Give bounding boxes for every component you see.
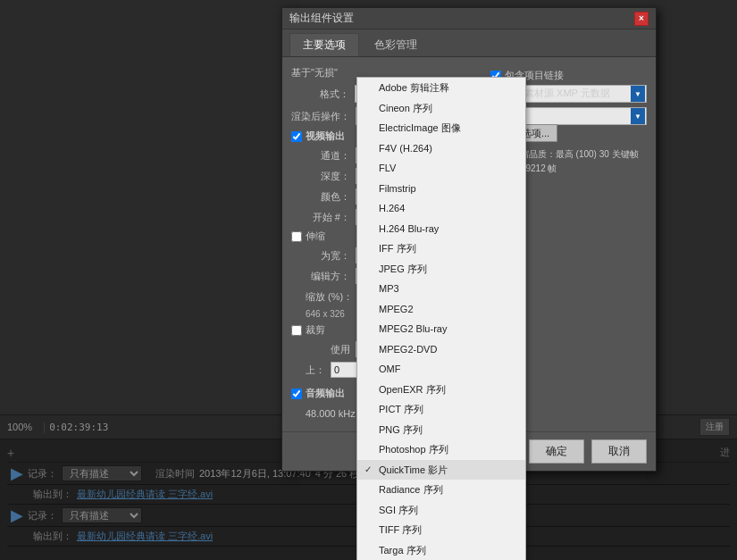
dropdown-item-0[interactable]: Adobe 剪辑注释 (357, 78, 525, 98)
start-label: 开始 #： (306, 211, 350, 224)
dropdown-item-19[interactable]: ✓QuickTime 影片 (357, 460, 525, 481)
dropdown-item-12[interactable]: MPEG2 Blu-ray (357, 319, 525, 339)
dropdown-item-18[interactable]: Photoshop 序列 (357, 439, 525, 460)
color-label: 颜色： (306, 190, 350, 204)
dropdown-item-13[interactable]: MPEG2-DVD (357, 339, 525, 360)
dropdown-item-label-14: OMF (379, 362, 400, 377)
dropdown-item-14[interactable]: OMF (357, 359, 525, 380)
dropdown-item-21[interactable]: SGI 序列 (357, 500, 525, 521)
dropdown-item-20[interactable]: Radiance 序列 (357, 480, 525, 500)
confirm-button[interactable]: 确定 (529, 439, 584, 464)
dropdown-item-10[interactable]: MP3 (357, 279, 525, 299)
dialog-tabs: 主要选项 色彩管理 (282, 29, 656, 57)
dropdown-item-label-12: MPEG2 Blu-ray (379, 322, 447, 337)
dropdown-item-label-18: Photoshop 序列 (379, 442, 448, 457)
dropdown-item-8[interactable]: IFF 序列 (357, 238, 525, 259)
dropdown-item-label-23: Targa 序列 (379, 543, 426, 558)
crop-label: 裁剪 (306, 323, 325, 337)
audio-output-checkbox[interactable] (291, 389, 302, 399)
dropdown-item-label-11: MPEG2 (379, 302, 414, 317)
crop-top-input[interactable] (331, 362, 357, 378)
dropdown-item-5[interactable]: Filmstrip (357, 179, 525, 199)
dialog-titlebar: 输出组件设置 × (282, 8, 656, 29)
dropdown-item-7[interactable]: H.264 Blu-ray (357, 219, 525, 239)
dropdown-item-label-6: H.264 (379, 201, 405, 216)
check-mark-19: ✓ (364, 463, 375, 476)
channel-label: 通道： (306, 149, 350, 163)
dropdown-item-label-1: Cineon 序列 (379, 101, 432, 116)
dropdown-item-11[interactable]: MPEG2 (357, 299, 525, 320)
crop-top-label: 上： (306, 364, 325, 377)
dropdown-item-2[interactable]: ElectricImage 图像 (357, 118, 525, 138)
dropdown-item-label-20: Radiance 序列 (379, 482, 443, 497)
tab-main-options[interactable]: 主要选项 (289, 33, 359, 56)
dialog-close-button[interactable]: × (634, 12, 649, 26)
crop-top-row: 上： (306, 362, 357, 378)
dropdown-item-3[interactable]: F4V (H.264) (357, 138, 525, 159)
dropdown-item-label-17: PNG 序列 (379, 422, 423, 438)
dropdown-item-label-13: MPEG2-DVD (379, 342, 437, 357)
dropdown-item-label-21: SGI 序列 (379, 503, 418, 518)
dropdown-item-label-15: OpenEXR 序列 (379, 382, 446, 397)
dropdown-item-22[interactable]: TIFF 序列 (357, 520, 525, 540)
scale-label: 缩放 (%)： (306, 290, 353, 304)
dropdown-item-label-8: IFF 序列 (379, 241, 416, 256)
dropdown-item-4[interactable]: FLV (357, 158, 525, 179)
quality-label: 编辑方： (306, 270, 350, 283)
stretch-label: 伸缩 (306, 230, 325, 243)
dropdown-item-15[interactable]: OpenEXR 序列 (357, 380, 525, 400)
dropdown-item-17[interactable]: PNG 序列 (357, 420, 525, 440)
tab-color-management[interactable]: 色彩管理 (361, 33, 431, 56)
dropdown-item-label-4: FLV (379, 161, 396, 176)
dropdown-item-9[interactable]: JPEG 序列 (357, 259, 525, 280)
dropdown-item-label-7: H.264 Blu-ray (379, 221, 439, 237)
section-label: 基于"无损" (291, 67, 338, 78)
dropdown-item-label-9: JPEG 序列 (379, 262, 427, 277)
dropdown-item-label-19: QuickTime 影片 (379, 463, 448, 478)
video-output-checkbox[interactable] (291, 131, 302, 142)
render-label: 渲染后操作： (291, 110, 350, 123)
depth-label: 深度： (306, 170, 350, 183)
format-label: 格式： (291, 88, 349, 101)
dropdown-item-6[interactable]: H.264 (357, 198, 525, 219)
dropdown-item-1[interactable]: Cineon 序列 (357, 98, 525, 119)
dialog-title: 输出组件设置 (289, 11, 354, 26)
dropdown-item-label-10: MP3 (379, 281, 399, 297)
cancel-button[interactable]: 取消 (591, 439, 647, 464)
video-output-label: 视频输出 (306, 130, 345, 143)
dropdown-item-label-16: PICT 序列 (379, 402, 423, 417)
stretch-checkbox[interactable] (291, 231, 302, 242)
audio-output-label: 音频输出 (306, 387, 345, 400)
dropdown-item-label-3: F4V (H.264) (379, 141, 432, 156)
dropdown-item-16[interactable]: PICT 序列 (357, 399, 525, 420)
format-dropdown: Adobe 剪辑注释Cineon 序列ElectricImage 图像F4V (… (356, 77, 526, 560)
dropdown-item-label-2: ElectricImage 图像 (379, 121, 461, 136)
crop-checkbox[interactable] (291, 325, 302, 336)
dropdown-item-label-5: Filmstrip (379, 181, 416, 196)
crop-use-label: 使用 (306, 343, 350, 356)
width-label: 为宽： (306, 249, 350, 263)
audio-freq-value: 48.000 kHz (306, 408, 356, 419)
dropdown-item-23[interactable]: Targa 序列 (357, 540, 525, 561)
dropdown-item-label-0: Adobe 剪辑注释 (379, 80, 449, 96)
dropdown-item-label-22: TIFF 序列 (379, 522, 422, 538)
